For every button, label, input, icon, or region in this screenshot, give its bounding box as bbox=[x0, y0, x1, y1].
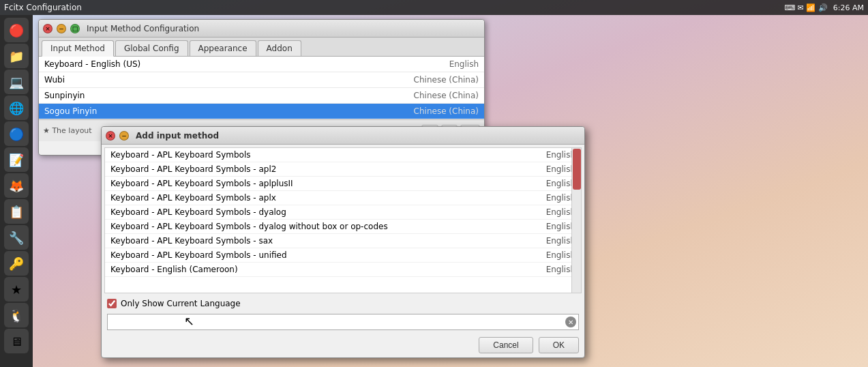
sidebar-icon-files[interactable]: 🔴 bbox=[4, 18, 29, 42]
tab-input-method[interactable]: Input Method bbox=[42, 40, 114, 57]
im-row-2[interactable]: Sunpinyin Chinese (China) bbox=[39, 88, 484, 104]
scrollbar-thumb[interactable] bbox=[573, 149, 581, 190]
sidebar-icon-blue[interactable]: 🔵 bbox=[4, 121, 29, 146]
sidebar-icon-browser[interactable]: 🌐 bbox=[4, 96, 29, 120]
sidebar-icon-star[interactable]: ★ bbox=[4, 277, 29, 302]
sidebar-icon-linux[interactable]: 🐧 bbox=[4, 303, 29, 327]
im-name-2: Sunpinyin bbox=[44, 91, 85, 100]
input-method-list: Keyboard - English (US) English Wubi Chi… bbox=[39, 57, 484, 119]
dialog-item-name-2: Keyboard - APL Keyboard Symbols - aplplu… bbox=[110, 179, 293, 188]
dialog-list[interactable]: Keyboard - APL Keyboard Symbols English … bbox=[105, 148, 581, 293]
im-lang-1: Chinese (China) bbox=[414, 75, 479, 85]
search-input[interactable] bbox=[107, 314, 579, 330]
search-wrap: ✕ bbox=[107, 314, 579, 330]
dialog-item-6[interactable]: Keyboard - APL Keyboard Symbols - sax En… bbox=[105, 234, 581, 248]
system-tray: ⌨ ✉ 📶 🔊 bbox=[784, 3, 828, 12]
im-row-0[interactable]: Keyboard - English (US) English bbox=[39, 57, 484, 72]
maximize-button[interactable]: □ bbox=[70, 24, 80, 33]
taskbar-title: Fcitx Configuration bbox=[4, 3, 82, 12]
sidebar: 🔴 📁 💻 🌐 🔵 📝 🦊 📋 🔧 🔑 ★ 🐧 🖥 bbox=[0, 15, 33, 367]
dialog-item-5[interactable]: Keyboard - APL Keyboard Symbols - dyalog… bbox=[105, 220, 581, 234]
only-show-label[interactable]: Only Show Current Language bbox=[121, 299, 241, 308]
window-title: Input Method Configuration bbox=[87, 24, 199, 33]
add-input-method-dialog: × − Add input method Keyboard - APL Keyb… bbox=[101, 126, 585, 358]
im-lang-2: Chinese (China) bbox=[414, 91, 479, 100]
im-row-1[interactable]: Wubi Chinese (China) bbox=[39, 72, 484, 88]
dialog-min-button[interactable]: − bbox=[119, 131, 129, 141]
minimize-button[interactable]: − bbox=[57, 24, 66, 33]
checkbox-row: Only Show Current Language bbox=[102, 296, 584, 311]
im-name-1: Wubi bbox=[44, 75, 65, 85]
only-show-checkbox[interactable] bbox=[107, 299, 117, 308]
im-name-0: Keyboard - English (US) bbox=[44, 59, 140, 69]
ok-button[interactable]: OK bbox=[539, 337, 579, 353]
sidebar-icon-firefox[interactable]: 🦊 bbox=[4, 173, 29, 198]
dialog-titlebar: × − Add input method bbox=[102, 127, 584, 145]
clock: 6:26 AM bbox=[833, 3, 864, 12]
dialog-item-name-4: Keyboard - APL Keyboard Symbols - dyalog bbox=[110, 207, 286, 217]
clear-search-button[interactable]: ✕ bbox=[565, 317, 576, 327]
sidebar-icon-folder[interactable]: 📁 bbox=[4, 44, 29, 68]
sidebar-icon-terminal[interactable]: 💻 bbox=[4, 70, 29, 94]
dialog-item-1[interactable]: Keyboard - APL Keyboard Symbols - apl2 E… bbox=[105, 162, 581, 177]
dialog-item-7[interactable]: Keyboard - APL Keyboard Symbols - unifie… bbox=[105, 248, 581, 263]
im-name-3: Sogou Pinyin bbox=[44, 106, 97, 116]
dialog-item-name-3: Keyboard - APL Keyboard Symbols - aplx bbox=[110, 193, 276, 203]
taskbar-right: ⌨ ✉ 📶 🔊 6:26 AM bbox=[784, 3, 864, 12]
dialog-title: Add input method bbox=[136, 131, 219, 141]
dialog-item-0[interactable]: Keyboard - APL Keyboard Symbols English bbox=[105, 148, 581, 162]
cancel-button[interactable]: Cancel bbox=[479, 337, 533, 353]
tab-global-config[interactable]: Global Config bbox=[115, 40, 188, 56]
sidebar-icon-docs[interactable]: 📋 bbox=[4, 199, 29, 224]
main-titlebar: × − □ Input Method Configuration bbox=[39, 20, 484, 38]
im-lang-3: Chinese (China) bbox=[414, 106, 479, 116]
dialog-item-name-7: Keyboard - APL Keyboard Symbols - unifie… bbox=[110, 250, 287, 260]
dialog-item-8[interactable]: Keyboard - English (Cameroon) English bbox=[105, 263, 581, 277]
taskbar: Fcitx Configuration ⌨ ✉ 📶 🔊 6:26 AM bbox=[0, 0, 868, 15]
dialog-item-name-8: Keyboard - English (Cameroon) bbox=[110, 265, 238, 274]
sidebar-icon-settings[interactable]: 🔧 bbox=[4, 225, 29, 250]
sidebar-icon-key[interactable]: 🔑 bbox=[4, 251, 29, 276]
sidebar-icon-monitor[interactable]: 🖥 bbox=[4, 329, 29, 353]
close-button[interactable]: × bbox=[43, 24, 53, 33]
im-lang-0: English bbox=[449, 59, 479, 69]
sidebar-icon-text[interactable]: 📝 bbox=[4, 147, 29, 172]
dialog-item-name-0: Keyboard - APL Keyboard Symbols bbox=[110, 150, 251, 160]
tab-appearance[interactable]: Appearance bbox=[190, 40, 256, 56]
dialog-close-button[interactable]: × bbox=[106, 131, 115, 141]
tab-bar: Input Method Global Config Appearance Ad… bbox=[39, 38, 484, 57]
dialog-item-2[interactable]: Keyboard - APL Keyboard Symbols - aplplu… bbox=[105, 177, 581, 191]
dialog-item-name-5: Keyboard - APL Keyboard Symbols - dyalog… bbox=[110, 222, 388, 231]
im-row-3[interactable]: Sogou Pinyin Chinese (China) bbox=[39, 104, 484, 119]
taskbar-left: Fcitx Configuration bbox=[4, 3, 82, 12]
dialog-buttons: Cancel OK bbox=[102, 333, 584, 357]
dialog-item-name-1: Keyboard - APL Keyboard Symbols - apl2 bbox=[110, 164, 276, 174]
dialog-item-name-6: Keyboard - APL Keyboard Symbols - sax bbox=[110, 236, 273, 246]
dialog-item-4[interactable]: Keyboard - APL Keyboard Symbols - dyalog… bbox=[105, 205, 581, 220]
star-icon: ★ bbox=[43, 126, 50, 135]
tab-addon[interactable]: Addon bbox=[258, 40, 301, 56]
search-row: ✕ bbox=[102, 311, 584, 333]
dialog-list-container: Keyboard - APL Keyboard Symbols English … bbox=[104, 147, 582, 293]
scrollbar[interactable] bbox=[571, 148, 581, 293]
dialog-item-3[interactable]: Keyboard - APL Keyboard Symbols - aplx E… bbox=[105, 191, 581, 205]
